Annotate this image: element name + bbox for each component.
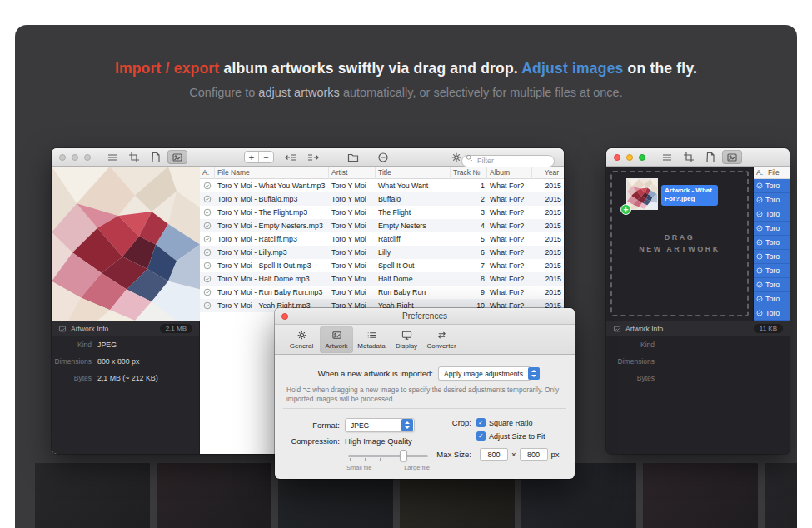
tab-artwork[interactable]: Artwork [320, 326, 353, 353]
selected-row[interactable]: Toro [754, 292, 790, 306]
artwork-size-badge: 11 KB [754, 324, 783, 333]
info-row: Dimensions [606, 353, 790, 370]
file-view-icon[interactable] [146, 150, 166, 164]
selected-row[interactable]: Toro [754, 250, 790, 264]
list-view-icon[interactable] [102, 150, 122, 164]
artwork-check-icon [200, 301, 215, 310]
tab-general[interactable]: General [285, 326, 318, 353]
minimize-button[interactable] [72, 154, 78, 161]
popup-arrows-icon [528, 367, 540, 380]
banner: Import / export album artworks swiftly v… [15, 60, 797, 99]
drag-hint-line2: NEW ARTWORK [606, 245, 753, 253]
close-button[interactable] [281, 313, 288, 320]
compression-slider[interactable] [348, 450, 428, 461]
table-row[interactable]: Toro Y Moi - Spell It Out.mp3 Toro Y Moi… [200, 259, 564, 272]
artwork-info-header[interactable]: Artwork Info 11 KB [606, 321, 790, 336]
compression-label: Compression: [275, 436, 340, 446]
tab-converter[interactable]: Converter [425, 326, 458, 353]
remove-files-button[interactable]: − [259, 152, 273, 162]
zoom-button[interactable] [84, 154, 91, 161]
info-row: Kind [606, 336, 790, 353]
column-header-year[interactable]: Year [532, 167, 564, 179]
column-header-album[interactable]: Album [487, 167, 532, 179]
preferences-title: Preferences [402, 311, 447, 321]
clear-list-icon[interactable] [373, 150, 393, 164]
artwork-view-icon[interactable] [722, 150, 742, 164]
column-header-artwork[interactable]: A. [200, 167, 215, 179]
headline-text: album artworks swiftly via drag and drop… [219, 60, 521, 77]
artwork-check-icon [200, 275, 215, 283]
tab-metadata[interactable]: Metadata [355, 326, 388, 353]
max-height-field[interactable] [520, 448, 548, 461]
artwork-view-icon[interactable] [167, 150, 187, 164]
folder-icon[interactable] [343, 150, 363, 164]
artwork-check-icon [200, 208, 215, 217]
selected-row[interactable]: Toro [754, 193, 790, 207]
filter-input[interactable] [461, 155, 555, 167]
square-ratio-label: Square Ratio [489, 419, 533, 427]
export-tags-icon[interactable] [303, 150, 323, 164]
column-header-artist[interactable]: Artist [329, 167, 376, 179]
crop-view-icon[interactable] [124, 150, 144, 164]
artwork-size-badge: 2,1 MB [160, 324, 192, 333]
slider-thumb[interactable] [400, 450, 407, 461]
column-header-filename[interactable]: File Name [215, 167, 329, 179]
close-button[interactable] [614, 154, 620, 161]
table-row[interactable]: Toro Y Moi - Ratcliff.mp3 Toro Y Moi Rat… [200, 232, 564, 246]
table-body: Toro Y Moi - What You Want.mp3 Toro Y Mo… [200, 179, 564, 312]
import-action-select[interactable]: Apply image adjustments [438, 366, 531, 381]
import-tags-icon[interactable] [281, 150, 301, 164]
format-label: Format: [275, 421, 340, 430]
slider-small-label: Small file [346, 464, 371, 471]
slider-ticks [350, 458, 426, 461]
column-header-title[interactable]: Title [376, 167, 451, 179]
selected-row[interactable]: Toro [754, 179, 790, 193]
table-row[interactable]: Toro Y Moi - Empty Nesters.mp3 Toro Y Mo… [200, 219, 564, 232]
adjust-size-label: Adjust Size to Fit [489, 432, 545, 441]
dragged-artwork-thumbnail[interactable] [626, 178, 658, 210]
selected-row[interactable]: Toro [754, 222, 790, 236]
selected-row[interactable]: Toro [754, 278, 790, 292]
artwork-check-icon [200, 222, 215, 230]
info-row: Kind JPEG [52, 336, 199, 353]
artwork-info-panel: Artwork Info 11 KB Kind Dimensions Bytes [606, 321, 790, 454]
selected-row[interactable]: Toro [754, 264, 790, 278]
list-view-icon[interactable] [657, 150, 677, 164]
background-artwork [157, 463, 271, 528]
column-header-track[interactable]: Track № [451, 167, 487, 179]
drag-hint-line1: DRAG [606, 233, 753, 242]
file-view-icon[interactable] [700, 150, 720, 164]
crop-view-icon[interactable] [679, 150, 699, 164]
display-icon [401, 330, 412, 341]
zoom-button[interactable] [639, 154, 645, 161]
selected-row[interactable]: Toro [754, 306, 790, 321]
table-row[interactable]: Toro Y Moi - Run Baby Run.mp3 Toro Y Moi… [200, 286, 564, 299]
add-files-button[interactable]: + [245, 152, 259, 162]
headline-accent-blue: Adjust images [521, 60, 623, 77]
artwork-check-icon [200, 235, 215, 243]
traffic-lights [614, 154, 645, 161]
table-row[interactable]: Toro Y Moi - The Flight.mp3 Toro Y Moi T… [200, 206, 564, 219]
close-button[interactable] [59, 154, 66, 161]
checkbox-adjust-size[interactable] [476, 431, 486, 441]
crop-label: Crop: [433, 418, 471, 441]
table-row[interactable]: Toro Y Moi - Half Dome.mp3 Toro Y Moi Ha… [200, 272, 564, 286]
selected-row[interactable]: Toro [754, 207, 790, 222]
artwork-info-header[interactable]: Artwork Info 2,1 MB [52, 321, 199, 336]
preferences-content: When a new artwork is imported: Apply im… [275, 355, 575, 479]
artwork-check-icon [200, 262, 215, 270]
tab-display[interactable]: Display [390, 326, 423, 353]
format-select[interactable]: JPEG [345, 418, 415, 432]
slider-large-label: Large file [404, 464, 430, 471]
table-row[interactable]: Toro Y Moi - Lilly.mp3 Toro Y Moi Lilly … [200, 246, 564, 259]
table-row[interactable]: Toro Y Moi - Buffalo.mp3 Toro Y Moi Buff… [200, 192, 564, 206]
artwork-check-icon [200, 248, 215, 257]
table-row[interactable]: Toro Y Moi - What You Want.mp3 Toro Y Mo… [200, 179, 564, 192]
minimize-button[interactable] [626, 154, 633, 161]
album-artwork[interactable] [52, 167, 200, 321]
selected-row[interactable]: Toro [754, 236, 790, 250]
times-symbol: × [511, 450, 516, 459]
checkbox-square-ratio[interactable] [476, 418, 486, 427]
slider-track [348, 455, 428, 457]
max-width-field[interactable] [480, 448, 508, 461]
